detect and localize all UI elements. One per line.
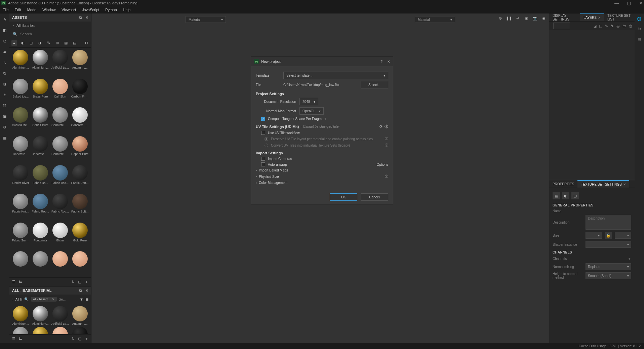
file-path: C:/Users/Kowal/Desktop/mug_low.fbx	[283, 83, 357, 87]
auto-unwrap-label: Auto-unwrap	[268, 163, 287, 166]
template-select[interactable]: Select template...▾	[283, 72, 388, 79]
uv-workflow-label: Use UV Tile workflow	[268, 131, 299, 135]
docres-select[interactable]: 2048▾	[299, 98, 318, 105]
compute-tangent-label: Compute Tangent Space Per Fragment	[268, 117, 326, 121]
cancel-button[interactable]: Cancel	[361, 193, 388, 201]
import-settings-header: Import Settings	[256, 151, 388, 155]
uv-icon1[interactable]: ⟳	[379, 124, 383, 129]
new-project-dialog: Pt New project ? ✕ Template Select templ…	[251, 56, 393, 204]
chevron-down-icon: ▾	[319, 109, 321, 113]
import-cameras-checkbox[interactable]	[261, 157, 265, 161]
chevron-down-icon: ▾	[314, 100, 315, 104]
chevron-right-icon: ›	[256, 169, 257, 172]
chevron-right-icon: ›	[256, 181, 257, 185]
docres-label: Document Resolution	[256, 100, 296, 104]
uv-hint: - Cannot be changed later	[301, 125, 340, 128]
dialog-app-icon: Pt	[254, 59, 259, 64]
import-cameras-label: Import Cameras	[268, 157, 292, 161]
color-management-section[interactable]: ›Color Management	[256, 181, 388, 185]
uv-option2-label: Convert UV Tiles into individual Texture…	[271, 144, 350, 147]
uv-option1-label: Preserve UV Tile layout per material and…	[271, 137, 373, 141]
uv-option1-radio[interactable]	[265, 137, 268, 141]
physical-size-section[interactable]: ›Physical Sizeⓘ	[256, 174, 388, 179]
info-icon[interactable]: ⓘ	[385, 137, 388, 141]
options-button[interactable]: Options	[377, 163, 388, 166]
nmf-select[interactable]: OpenGL▾	[299, 107, 324, 115]
select-file-button[interactable]: Select...	[361, 81, 388, 88]
info-icon[interactable]: ⓘ	[385, 124, 388, 129]
dialog-titlebar: Pt New project ? ✕	[251, 57, 393, 66]
chevron-right-icon: ›	[256, 175, 257, 178]
uv-option2-radio[interactable]	[265, 144, 268, 147]
help-button[interactable]: ?	[380, 60, 383, 64]
compute-tangent-checkbox[interactable]: ✓	[261, 117, 265, 121]
project-settings-header: Project Settings	[256, 92, 388, 96]
modal-overlay: Pt New project ? ✕ Template Select templ…	[0, 0, 644, 349]
template-label: Template	[256, 74, 280, 77]
chevron-down-icon: ▾	[384, 74, 385, 77]
import-baked-maps-section[interactable]: ›Import Baked Maps	[256, 168, 388, 172]
info-icon[interactable]: ⓘ	[385, 174, 388, 179]
file-label: File	[256, 83, 280, 87]
auto-unwrap-checkbox[interactable]	[261, 162, 265, 166]
uv-settings-header: UV Tile Settings (UDIMs) - Cannot be cha…	[256, 124, 388, 129]
dialog-title: New project	[261, 60, 378, 64]
info-icon[interactable]: ⓘ	[385, 143, 388, 148]
ok-button[interactable]: OK	[330, 193, 357, 201]
nmf-label: Normal Map Format	[256, 109, 296, 113]
uv-workflow-checkbox[interactable]	[261, 131, 265, 135]
dialog-close-button[interactable]: ✕	[387, 60, 390, 64]
